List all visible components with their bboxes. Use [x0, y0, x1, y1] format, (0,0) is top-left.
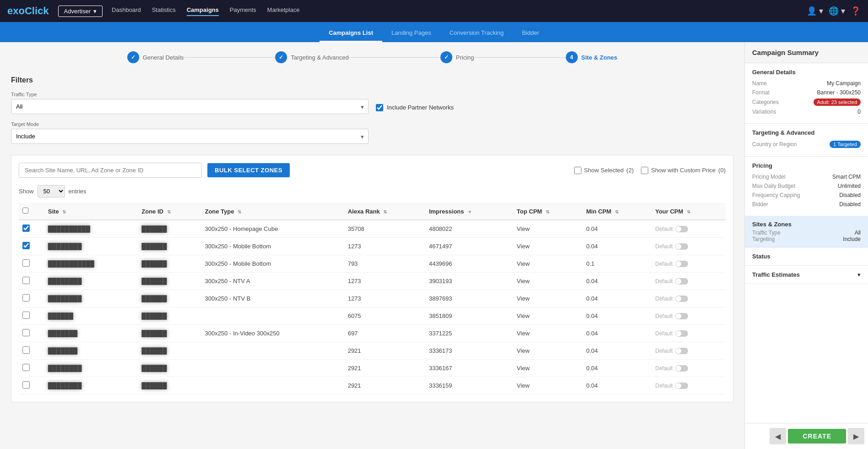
row-checkbox-9[interactable] — [22, 381, 30, 389]
row-alexa-rank-3: 1273 — [344, 273, 425, 290]
row-site-3: ████████ — [44, 273, 138, 290]
target-mode-select[interactable]: Include Exclude — [11, 129, 369, 144]
traffic-type-select[interactable]: All Desktop Mobile Tablet — [11, 99, 369, 114]
alexa-sort-icon: ⇅ — [383, 209, 387, 214]
th-zone-id[interactable]: Zone ID ⇅ — [138, 203, 201, 220]
row-checkbox-cell — [19, 290, 44, 307]
sidebar-bidder-label: Bidder — [752, 201, 768, 208]
row-checkbox-3[interactable] — [22, 277, 30, 284]
th-top-cpm[interactable]: Top CPM ⇅ — [513, 203, 583, 220]
sidebar-traffic-estimates-section[interactable]: Traffic Estimates ▾ — [745, 266, 868, 284]
show-selected-label: Show Selected — [584, 167, 624, 174]
row-impressions-8: 3336167 — [425, 360, 513, 377]
cpm-toggle-6[interactable] — [675, 330, 688, 337]
row-zone-id-4: ██████ — [138, 290, 201, 307]
table-row: ███████ ██████ 300x250 - In-Video 300x25… — [19, 325, 726, 342]
row-checkbox-0[interactable] — [22, 224, 30, 232]
step-circle-2: ✓ — [275, 51, 287, 63]
row-your-cpm-5: Default — [651, 307, 726, 325]
row-checkbox-1[interactable] — [22, 242, 30, 249]
cpm-toggle-0[interactable] — [675, 226, 688, 232]
row-checkbox-5[interactable] — [22, 312, 30, 319]
advertiser-label: Advertiser — [64, 8, 91, 15]
row-min-cpm-1: 0.04 — [582, 238, 651, 255]
sidebar-variations-value: 0 — [857, 109, 861, 115]
sidebar-freq-cap-value: Disabled — [839, 192, 861, 198]
nav-dashboard[interactable]: Dashboard — [112, 6, 141, 16]
nav-statistics[interactable]: Statistics — [152, 6, 176, 16]
cpm-toggle-1[interactable] — [675, 243, 688, 250]
cpm-toggle-5[interactable] — [675, 313, 688, 319]
cpm-toggle-4[interactable] — [675, 296, 688, 302]
help-icon[interactable]: ❓ — [851, 6, 861, 16]
th-your-cpm[interactable]: Your CPM ⇅ — [651, 203, 726, 220]
select-all-checkbox[interactable] — [22, 208, 28, 214]
prev-button[interactable]: ◀ — [770, 428, 786, 444]
row-checkbox-cell — [19, 255, 44, 273]
show-custom-price-checkbox[interactable] — [641, 167, 648, 174]
row-zone-id-6: ██████ — [138, 325, 201, 342]
row-your-cpm-0: Default — [651, 220, 726, 238]
step-targeting: ✓ Targeting & Advanced — [275, 51, 348, 63]
sidebar-pricing-model-label: Pricing Model — [752, 174, 786, 180]
table-row: ████████ ██████ 300x250 - NTV B 1273 389… — [19, 290, 726, 307]
show-selected-checkbox[interactable] — [574, 167, 581, 174]
sidebar-variations-label: Variations — [752, 109, 776, 115]
row-checkbox-cell — [19, 220, 44, 238]
row-your-cpm-9: Default — [651, 377, 726, 394]
entries-select[interactable]: 10 25 50 100 — [38, 185, 65, 197]
th-zone-type[interactable]: Zone Type ⇅ — [201, 203, 344, 220]
zone-type-sort-icon: ⇅ — [238, 209, 241, 214]
create-button[interactable]: CREATE — [788, 429, 846, 444]
traffic-type-select-wrapper: All Desktop Mobile Tablet ▾ — [11, 99, 369, 114]
advertiser-button[interactable]: Advertiser ▾ — [58, 5, 103, 17]
row-min-cpm-8: 0.04 — [582, 360, 651, 377]
cpm-toggle-9[interactable] — [675, 383, 688, 389]
cpm-toggle-8[interactable] — [675, 365, 688, 372]
include-partner-checkbox[interactable] — [376, 104, 383, 111]
user-icon[interactable]: 👤 ▾ — [807, 6, 823, 16]
search-input[interactable] — [19, 163, 202, 178]
row-zone-id-0: ██████ — [138, 220, 201, 238]
bulk-select-zones-button[interactable]: BULK SELECT ZONES — [207, 163, 290, 177]
row-checkbox-2[interactable] — [22, 259, 30, 267]
th-min-cpm[interactable]: Min CPM ⇅ — [582, 203, 651, 220]
row-checkbox-8[interactable] — [22, 364, 30, 371]
row-site-0: ██████████ — [44, 220, 138, 238]
table-row: ████████ ██████ 300x250 - Mobile Bottom … — [19, 238, 726, 255]
site-sort-icon: ⇅ — [62, 209, 66, 214]
cpm-toggle-3[interactable] — [675, 278, 688, 285]
row-checkbox-7[interactable] — [22, 346, 30, 354]
row-checkbox-4[interactable] — [22, 294, 30, 301]
th-alexa-rank[interactable]: Alexa Rank ⇅ — [344, 203, 425, 220]
nav-marketplace[interactable]: Marketplace — [267, 6, 300, 16]
next-button[interactable]: ▶ — [848, 428, 864, 444]
th-site[interactable]: Site ⇅ — [44, 203, 138, 220]
nav-payments[interactable]: Payments — [230, 6, 256, 16]
sidebar-format-value: Banner - 300x250 — [817, 89, 861, 96]
cpm-toggle-2[interactable] — [675, 261, 688, 267]
tab-landing-pages[interactable]: Landing Pages — [382, 25, 440, 42]
row-alexa-rank-1: 1273 — [344, 238, 425, 255]
tab-conversion-tracking[interactable]: Conversion Tracking — [440, 25, 513, 42]
sidebar-pricing-model-value: Smart CPM — [832, 174, 861, 180]
row-checkbox-cell — [19, 377, 44, 394]
row-checkbox-6[interactable] — [22, 329, 30, 336]
row-min-cpm-6: 0.04 — [582, 325, 651, 342]
include-partner-label: Include Partner Networks — [387, 104, 454, 111]
tab-bidder[interactable]: Bidder — [513, 25, 548, 42]
cpm-toggle-7[interactable] — [675, 348, 688, 354]
zone-id-sort-icon: ⇅ — [167, 209, 171, 214]
th-impressions[interactable]: Impressions ▼ — [425, 203, 513, 220]
content-area: ✓ General Details ✓ Targeting & Advanced… — [0, 42, 744, 449]
sidebar-name-label: Name — [752, 80, 767, 87]
nav-campaigns[interactable]: Campaigns — [187, 6, 219, 16]
sidebar-status-section[interactable]: Status — [745, 247, 868, 266]
tab-campaigns-list[interactable]: Campaigns List — [320, 25, 382, 42]
logo-highlight: exo — [7, 5, 25, 16]
language-icon[interactable]: 🌐 ▾ — [829, 6, 845, 16]
sidebar-bidder-row: Bidder Disabled — [752, 201, 861, 208]
step-line-3 — [474, 57, 566, 58]
row-checkbox-cell — [19, 325, 44, 342]
sidebar-pricing: Pricing Pricing Model Smart CPM Max Dail… — [745, 157, 868, 216]
